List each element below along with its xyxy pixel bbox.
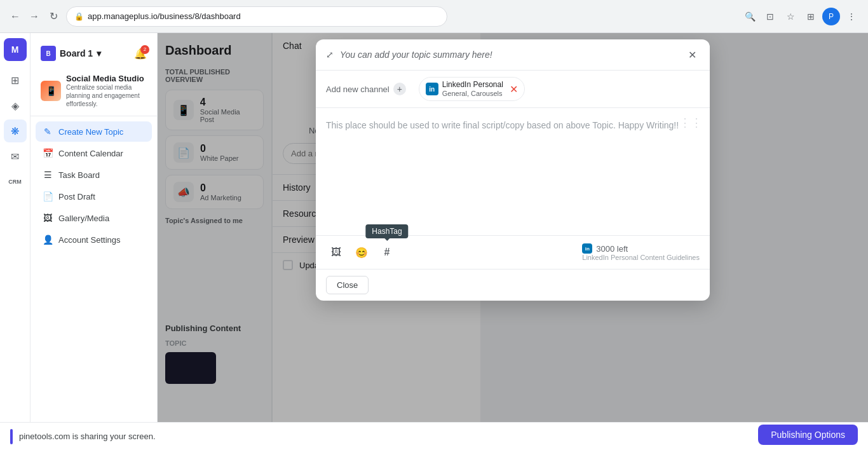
sidebar-item-label: Account Settings: [58, 235, 121, 245]
sidebar-nav: ✎ Create New Topic 📅 Content Calendar ☰ …: [31, 121, 157, 250]
close-button[interactable]: Close: [326, 276, 369, 294]
browser-actions: 🔍 ⊡ ☆ ⊞ P ⋮: [741, 8, 860, 25]
modal-title: You can add your topic summary here!: [340, 50, 684, 60]
nav-grid[interactable]: ⊞: [4, 69, 27, 92]
nav-mail[interactable]: ✉: [4, 145, 27, 168]
board-name: Board 1: [60, 48, 93, 58]
board-selector[interactable]: B Board 1 ▾: [41, 46, 101, 61]
notification-badge: 2: [140, 45, 149, 54]
task-icon: ☰: [42, 170, 53, 180]
calendar-icon: 📅: [42, 148, 53, 158]
channel-remove-button[interactable]: ✕: [510, 83, 518, 95]
char-count-text: 3000 left: [596, 244, 628, 254]
content-guidelines-link[interactable]: LinkedIn Personal Content Guidelines: [582, 254, 700, 261]
hashtag-button[interactable]: # HashTag: [377, 242, 397, 262]
sidebar-item-label: Content Calendar: [58, 149, 123, 158]
sidebar-item-post-draft[interactable]: 📄 Post Draft: [36, 186, 152, 207]
brand-info: Social Media Studio Centralize social me…: [66, 74, 147, 108]
char-count: in 3000 left: [582, 243, 700, 254]
channel-tag: in LinkedIn Personal General, Carousels …: [419, 77, 525, 101]
back-button[interactable]: ←: [8, 9, 23, 24]
menu-button[interactable]: ⋮: [843, 8, 860, 25]
image-upload-button[interactable]: 🖼: [326, 242, 346, 262]
browser-nav: ← → ↻: [8, 9, 61, 24]
add-channel-icon: +: [393, 83, 406, 95]
sidebar-item-content-calendar[interactable]: 📅 Content Calendar: [36, 143, 152, 163]
tab-button[interactable]: ⊡: [761, 8, 779, 25]
browser-chrome: ← → ↻ 🔒 app.manageplus.io/business/8/das…: [0, 0, 868, 33]
bookmark-button[interactable]: ☆: [782, 8, 799, 25]
profile-avatar[interactable]: P: [822, 8, 840, 25]
sidebar-item-create-new-topic[interactable]: ✎ Create New Topic: [36, 121, 152, 142]
gallery-icon: 🖼: [42, 213, 53, 223]
address-bar[interactable]: 🔒 app.manageplus.io/business/8/dashboard: [66, 6, 447, 27]
sharing-indicator: [10, 429, 13, 444]
modal-bottom: Close: [316, 269, 710, 301]
hashtag-tooltip: HashTag: [365, 224, 408, 238]
icon-nav: M ⊞ ◈ ❋ ✉ CRM: [0, 33, 31, 450]
app-logo[interactable]: M: [4, 38, 27, 61]
notification-button[interactable]: 🔔 2: [134, 48, 147, 60]
url-text: app.manageplus.io/business/8/dashboard: [88, 11, 241, 21]
app-container: M ⊞ ◈ ❋ ✉ CRM B Board 1 ▾ 🔔 2 📱 Social M…: [0, 33, 868, 450]
channel-info: LinkedIn Personal General, Carousels: [442, 80, 503, 98]
nav-crm[interactable]: CRM: [4, 170, 27, 193]
sidebar-item-gallery[interactable]: 🖼 Gallery/Media: [36, 208, 152, 228]
hashtag-icon: #: [384, 247, 390, 258]
modal-header: ⤢ You can add your topic summary here! ✕: [316, 39, 710, 71]
modal-body[interactable]: This place should be used to write final…: [316, 108, 710, 235]
emoji-picker-button[interactable]: 😊: [351, 242, 372, 262]
sidebar-item-account-settings[interactable]: 👤 Account Settings: [36, 229, 152, 250]
sharing-text: pinetools.com is sharing your screen.: [19, 432, 761, 441]
brand-desc: Centralize social media planning and eng…: [66, 83, 147, 108]
main-content: Dashboard Total Published Overview 📱 4 S…: [158, 33, 868, 450]
sidebar-item-task-board[interactable]: ☰ Task Board: [36, 165, 152, 185]
char-count-area: in 3000 left LinkedIn Personal Content G…: [582, 243, 700, 261]
publishing-options-button[interactable]: Publishing Options: [758, 425, 858, 445]
draft-icon: 📄: [42, 191, 53, 201]
brand-icon: 📱: [41, 81, 61, 101]
board-avatar: B: [41, 46, 56, 61]
channel-sub: General, Carousels: [442, 90, 503, 97]
sidebar-item-label: Task Board: [58, 170, 100, 180]
nav-analytics[interactable]: ◈: [4, 94, 27, 117]
sidebar-item-label: Post Draft: [58, 192, 95, 201]
chevron-down-icon: ▾: [97, 48, 101, 58]
modal-overlay: ⤢ You can add your topic summary here! ✕…: [158, 33, 868, 450]
channel-name: LinkedIn Personal: [442, 80, 503, 89]
linkedin-icon: in: [426, 83, 438, 95]
sidebar: B Board 1 ▾ 🔔 2 📱 Social Media Studio Ce…: [31, 33, 158, 450]
modal-dialog: ⤢ You can add your topic summary here! ✕…: [316, 39, 710, 301]
modal-close-button[interactable]: ✕: [684, 47, 700, 62]
lock-icon: 🔒: [74, 12, 84, 21]
search-button[interactable]: 🔍: [741, 8, 759, 25]
sidebar-item-label: Create New Topic: [58, 127, 123, 137]
refresh-button[interactable]: ↻: [46, 9, 61, 24]
expand-icon[interactable]: ⤢: [326, 50, 334, 60]
add-channel-label: Add new channel: [326, 85, 390, 94]
screen-sharing-bar: pinetools.com is sharing your screen. St…: [0, 422, 868, 450]
create-topic-icon: ✎: [42, 126, 53, 137]
brand-section: 📱 Social Media Studio Centralize social …: [31, 69, 157, 116]
nav-users[interactable]: ❋: [4, 119, 27, 142]
drag-handle-icon[interactable]: ⋮⋮: [679, 116, 702, 130]
forward-button[interactable]: →: [27, 9, 42, 24]
modal-placeholder-text: This place should be used to write final…: [326, 120, 679, 130]
extension-button[interactable]: ⊞: [802, 8, 820, 25]
modal-footer: 🖼 😊 # HashTag in 3000 left LinkedIn Pers…: [316, 235, 710, 269]
linkedin-small-icon: in: [582, 243, 592, 254]
brand-item[interactable]: 📱 Social Media Studio Centralize social …: [41, 74, 147, 108]
brand-name: Social Media Studio: [66, 74, 147, 83]
sidebar-item-label: Gallery/Media: [58, 214, 109, 223]
sidebar-header: B Board 1 ▾ 🔔 2: [31, 41, 157, 69]
modal-channel-section: Add new channel + in LinkedIn Personal G…: [316, 71, 710, 108]
add-channel-button[interactable]: Add new channel +: [326, 83, 406, 95]
settings-icon: 👤: [42, 235, 53, 245]
